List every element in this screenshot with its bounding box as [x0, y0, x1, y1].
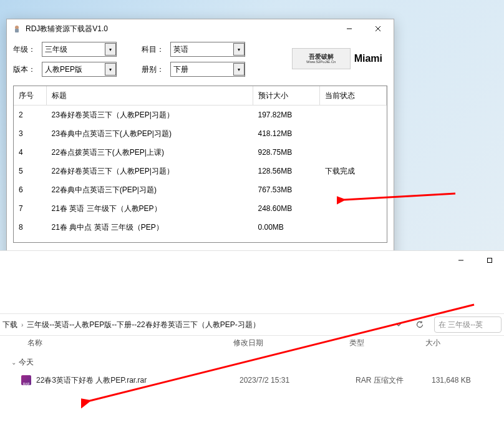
history-dropdown[interactable] [388, 316, 409, 333]
volume-select[interactable]: 下册 ▾ [170, 62, 245, 77]
table-row[interactable]: 422春点拨英语三下(人教PEP|上课)928.75MB [14, 143, 387, 162]
brand-text: Miami [354, 53, 382, 64]
svg-rect-8 [488, 258, 492, 263]
table-row[interactable]: 323春典中点英语三下(人教PEP|习题)418.12MB [14, 124, 387, 143]
chevron-down-icon: ▾ [105, 43, 116, 56]
svg-rect-1 [15, 29, 19, 32]
minimize-button[interactable] [335, 19, 364, 38]
col-name[interactable]: 名称 [27, 338, 233, 348]
chevron-down-icon: ⌄ [11, 359, 16, 366]
volume-label: 册别： [142, 64, 170, 75]
col-title[interactable]: 标题 [47, 86, 253, 106]
table-row[interactable]: 223春好卷英语三下（人教PEP|习题）197.82MB [14, 106, 387, 125]
col-size[interactable]: 预计大小 [253, 86, 320, 106]
maximize-button[interactable] [475, 251, 504, 270]
close-button[interactable] [364, 19, 392, 38]
minimize-button[interactable] [447, 251, 475, 270]
brand-area: 吾爱破解 Www.52PoJiE.Cn Miami [292, 48, 382, 69]
col-status[interactable]: 当前状态 [320, 86, 387, 106]
app-icon [12, 24, 22, 34]
col-type[interactable]: 类型 [349, 338, 425, 348]
edition-label: 版本： [13, 64, 42, 75]
table-row[interactable]: 821春 典中点 英语 三年级（PEP）0.00MB [14, 218, 387, 237]
grade-label: 年级： [13, 44, 42, 55]
file-date: 2023/7/2 15:31 [240, 376, 356, 385]
file-name: 22春3英语下好卷 人教PEP.rar.rar [36, 375, 240, 386]
refresh-button[interactable] [409, 316, 430, 333]
col-seq[interactable]: 序号 [14, 86, 47, 106]
search-input[interactable]: 在 三年级--英 [434, 317, 502, 333]
chevron-right-icon: › [21, 322, 23, 328]
chevron-down-icon: ▾ [233, 63, 245, 76]
col-date[interactable]: 修改日期 [233, 338, 349, 348]
breadcrumb-item[interactable]: 下载 [2, 320, 17, 330]
chevron-down-icon: ▾ [105, 63, 116, 76]
file-size: 131,648 KB [432, 376, 494, 385]
breadcrumb[interactable]: 下载 › 三年级--英语--人教PEP版--下册--22春好卷英语三下（人教PE… [0, 320, 388, 330]
window-title: RDJ教辅资源下载器V1.0 [26, 24, 335, 34]
subject-label: 科目： [142, 44, 170, 55]
chevron-down-icon: ▾ [233, 43, 245, 56]
table-row[interactable]: 522春好卷英语三下（人教PEP|习题）128.56MB下载完成 [14, 162, 387, 180]
table-row[interactable]: 622春典中点英语三下(PEP|习题)767.53MB [14, 180, 387, 199]
column-headers[interactable]: 名称 修改日期 类型 大小 [0, 335, 504, 351]
rar-icon [21, 375, 31, 385]
edition-select[interactable]: 人教PEP版 ▾ [42, 62, 117, 77]
file-type: RAR 压缩文件 [356, 375, 432, 386]
explorer-window: 下载 › 三年级--英语--人教PEP版--下册--22春好卷英语三下（人教PE… [0, 250, 504, 432]
breadcrumb-item[interactable]: 三年级--英语--人教PEP版--下册--22春好卷英语三下（人教PEP-习题） [27, 320, 259, 330]
resource-table[interactable]: 序号 标题 预计大小 当前状态 223春好卷英语三下（人教PEP|习题）197.… [13, 86, 387, 243]
subject-select[interactable]: 英语 ▾ [170, 42, 245, 57]
titlebar[interactable]: RDJ教辅资源下载器V1.0 [7, 19, 394, 38]
file-row[interactable]: 22春3英语下好卷 人教PEP.rar.rar 2023/7/2 15:31 R… [21, 373, 502, 387]
col-size[interactable]: 大小 [425, 338, 488, 348]
grade-select[interactable]: 三年级 ▾ [42, 42, 117, 57]
table-row[interactable]: 721春 英语 三年级下（人教PEP）248.60MB [14, 199, 387, 218]
brand-logo: 吾爱破解 Www.52PoJiE.Cn [292, 48, 351, 69]
group-today[interactable]: ⌄ 今天 [11, 357, 34, 368]
